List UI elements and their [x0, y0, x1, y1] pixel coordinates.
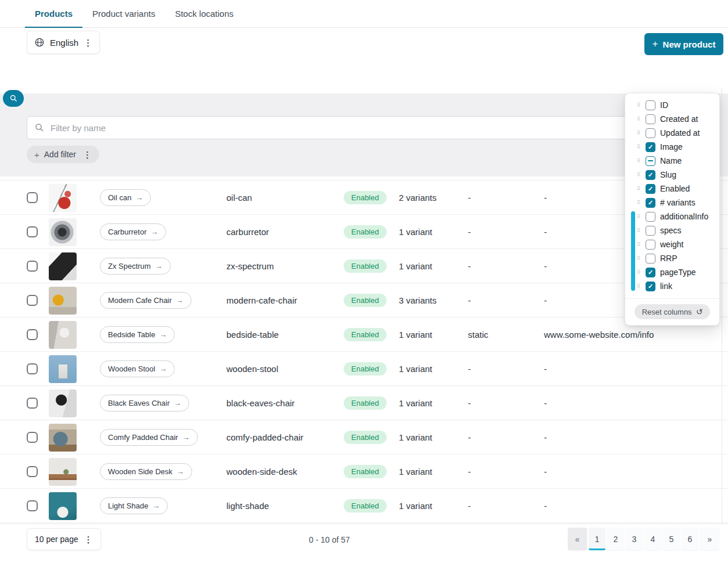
- product-name-chip[interactable]: Comfy Padded Chair →: [100, 429, 198, 446]
- new-product-button[interactable]: + New product: [644, 33, 723, 55]
- column-menu-item[interactable]: ⠿ RRP: [625, 251, 719, 265]
- filter-by-name-input[interactable]: [27, 116, 720, 139]
- column-menu-item[interactable]: ⠿ Name: [625, 154, 719, 168]
- page-button[interactable]: »: [700, 528, 719, 550]
- product-slug: bedside-table: [226, 330, 279, 340]
- product-image: [49, 321, 77, 349]
- column-checkbox[interactable]: [646, 198, 655, 208]
- column-menu-item-label: Created at: [660, 114, 698, 124]
- row-checkbox[interactable]: [27, 500, 38, 511]
- column-checkbox[interactable]: [646, 100, 655, 110]
- product-name-chip[interactable]: Black Eaves Chair →: [100, 395, 189, 412]
- language-selector[interactable]: English ⋮: [27, 31, 100, 54]
- product-name-chip[interactable]: Light Shade →: [100, 497, 168, 514]
- column-menu-item[interactable]: ⠿ Slug: [625, 168, 719, 182]
- product-slug: wooden-stool: [226, 364, 278, 374]
- tab-label: Stock locations: [175, 9, 233, 19]
- drag-handle-icon[interactable]: ⠿: [637, 158, 643, 164]
- tab-product-variants[interactable]: Product variants: [82, 0, 165, 27]
- drag-handle-icon[interactable]: ⠿: [637, 200, 643, 205]
- column-menu-item[interactable]: ⠿ # variants: [625, 196, 719, 210]
- row-checkbox[interactable]: [27, 363, 38, 374]
- add-filter-button[interactable]: + Add filter ⋮: [27, 146, 99, 163]
- tab-products[interactable]: Products: [25, 0, 82, 27]
- column-checkbox[interactable]: [646, 268, 655, 277]
- column-checkbox[interactable]: [646, 170, 655, 180]
- column-menu-item[interactable]: ⠿ pageType: [625, 265, 719, 279]
- product-name: Black Eaves Chair: [108, 399, 170, 407]
- column-checkbox[interactable]: [646, 282, 655, 291]
- column-menu-item[interactable]: ⠿ Image: [625, 140, 719, 154]
- column-menu-item[interactable]: ⠿ Updated at: [625, 126, 719, 140]
- row-checkbox[interactable]: [27, 432, 38, 443]
- column-checkbox[interactable]: [646, 184, 655, 194]
- row-checkbox[interactable]: [27, 226, 38, 237]
- drag-handle-icon[interactable]: ⠿: [637, 241, 643, 247]
- page-button[interactable]: 6: [682, 528, 698, 550]
- page-button[interactable]: 5: [663, 528, 680, 550]
- drag-handle-icon[interactable]: ⠿: [637, 116, 643, 122]
- drag-handle-icon[interactable]: ⠿: [637, 102, 643, 108]
- drag-handle-icon[interactable]: ⠿: [637, 283, 643, 289]
- row-checkbox[interactable]: [27, 329, 38, 340]
- product-name-chip[interactable]: Modern Cafe Chair →: [100, 292, 192, 309]
- column-menu-item[interactable]: ⠿ specs: [625, 223, 719, 237]
- page-button[interactable]: 3: [626, 528, 643, 550]
- product-name-chip[interactable]: Wooden Stool →: [100, 360, 175, 377]
- column-checkbox[interactable]: [646, 240, 655, 250]
- pagetype-value: -: [468, 398, 471, 408]
- column-menu-item[interactable]: ⠿ Enabled: [625, 182, 719, 196]
- drag-handle-icon[interactable]: ⠿: [637, 255, 643, 261]
- column-checkbox[interactable]: [646, 226, 655, 236]
- search-toggle-tab[interactable]: [3, 90, 24, 107]
- page-button[interactable]: 1: [589, 528, 606, 550]
- table-row: Bedside Table → bedside-table Enabled 1 …: [0, 317, 728, 352]
- product-name-chip[interactable]: Bedside Table →: [100, 326, 175, 343]
- product-name-chip[interactable]: Carburretor →: [100, 223, 166, 240]
- column-checkbox[interactable]: [646, 142, 655, 152]
- drag-handle-icon[interactable]: ⠿: [637, 172, 643, 178]
- product-name-chip[interactable]: Oil can →: [100, 189, 151, 206]
- drag-handle-icon[interactable]: ⠿: [637, 144, 643, 150]
- status-badge: Enabled: [344, 431, 387, 444]
- row-checkbox[interactable]: [27, 466, 38, 477]
- column-checkbox[interactable]: [646, 212, 655, 222]
- per-page-selector[interactable]: 10 per page ⋮: [27, 528, 101, 550]
- column-checkbox[interactable]: [646, 128, 655, 138]
- column-menu-item-label: Image: [660, 142, 683, 151]
- row-checkbox[interactable]: [27, 261, 38, 272]
- drag-handle-icon[interactable]: ⠿: [637, 228, 643, 233]
- column-menu-item-label: Slug: [660, 170, 676, 179]
- row-checkbox[interactable]: [27, 295, 38, 306]
- language-menu-kebab-icon[interactable]: ⋮: [84, 38, 92, 47]
- column-checkbox[interactable]: [646, 254, 655, 264]
- column-menu-item[interactable]: ⠿ link: [625, 279, 719, 293]
- per-page-kebab-icon[interactable]: ⋮: [84, 535, 93, 544]
- column-checkbox[interactable]: [646, 114, 655, 124]
- drag-handle-icon[interactable]: ⠿: [637, 130, 643, 136]
- drag-handle-icon[interactable]: ⠿: [637, 186, 643, 192]
- column-menu-item[interactable]: ⠿ additionalInfo: [625, 210, 719, 223]
- column-menu-item[interactable]: ⠿ ID: [625, 98, 719, 112]
- column-checkbox[interactable]: [646, 156, 655, 166]
- product-name-chip[interactable]: Wooden Side Desk →: [100, 463, 192, 480]
- reset-columns-button[interactable]: Reset columns ↺: [635, 304, 711, 319]
- filter-kebab-icon[interactable]: ⋮: [83, 150, 92, 159]
- row-checkbox[interactable]: [27, 192, 38, 203]
- variants-count: 1 variant: [399, 330, 433, 340]
- product-slug: zx-spectrum: [226, 261, 274, 271]
- product-name-chip[interactable]: Zx Spectrum →: [100, 258, 171, 275]
- column-menu-item[interactable]: ⠿ Created at: [625, 112, 719, 126]
- pagetype-value: -: [468, 295, 471, 305]
- table-row: Oil can → oil-can Enabled 2 variants - -: [0, 181, 728, 215]
- column-menu-item[interactable]: ⠿ weight: [625, 237, 719, 251]
- tab-stock-locations[interactable]: Stock locations: [165, 0, 243, 27]
- table-row: Wooden Stool → wooden-stool Enabled 1 va…: [0, 352, 728, 386]
- column-menu-scrollbar-thumb[interactable]: [631, 211, 635, 291]
- row-checkbox[interactable]: [27, 398, 38, 409]
- drag-handle-icon[interactable]: ⠿: [637, 214, 643, 219]
- drag-handle-icon[interactable]: ⠿: [637, 269, 643, 275]
- page-button[interactable]: «: [568, 528, 587, 550]
- page-button[interactable]: 2: [607, 528, 624, 550]
- page-button[interactable]: 4: [644, 528, 661, 550]
